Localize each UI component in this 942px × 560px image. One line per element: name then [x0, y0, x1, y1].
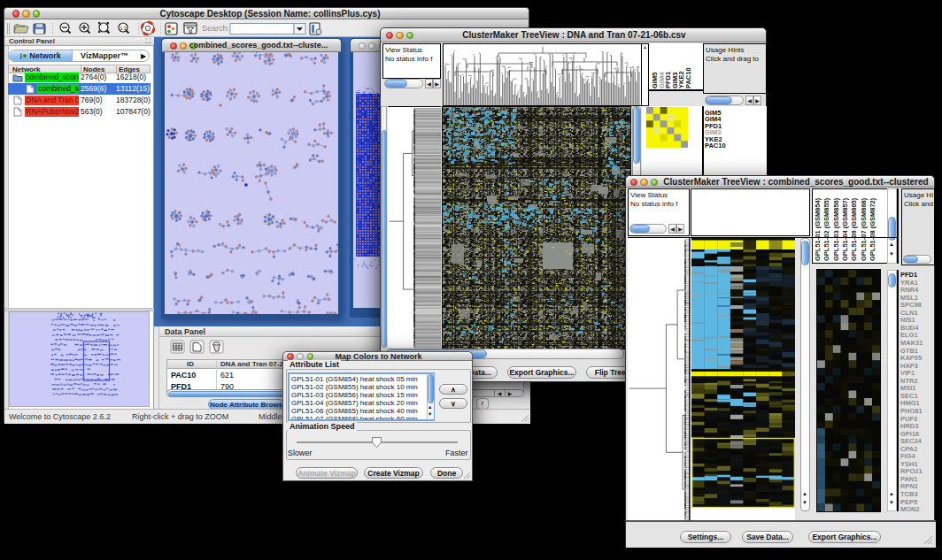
svg-text:GPL51-08 (GSM872): GPL51-08 (GSM872)	[869, 197, 876, 261]
svg-text:GPL51-04 (GSM857): GPL51-04 (GSM857)	[841, 197, 849, 261]
svg-text:GPL51-07 (GSM868): GPL51-07 (GSM868)	[860, 197, 868, 261]
svg-text:Search:: Search:	[202, 24, 229, 33]
svg-text:GPL51-06 (GSM865): GPL51-06 (GSM865)	[850, 197, 858, 261]
svg-text:GPL51-03 (GSM856): GPL51-03 (GSM856)	[832, 197, 840, 261]
svg-text:GPL51-02 (GSM855): GPL51-02 (GSM855)	[822, 197, 830, 261]
svg-text:1:1: 1:1	[120, 26, 127, 31]
svg-text:PAC10: PAC10	[684, 67, 692, 88]
svg-text:GPL51-01 (GSM854): GPL51-01 (GSM854)	[814, 197, 822, 261]
